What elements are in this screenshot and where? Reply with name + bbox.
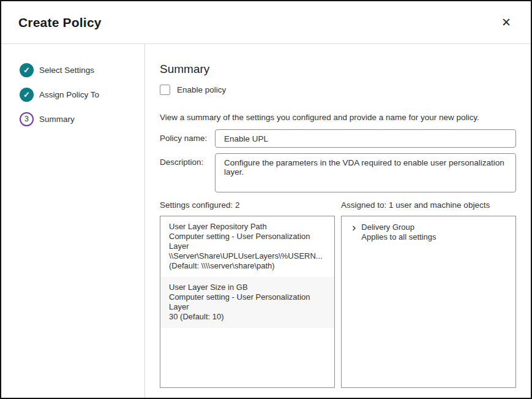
dialog-header: Create Policy ✕ [1, 1, 531, 44]
enable-policy-checkbox[interactable] [160, 85, 170, 95]
settings-configured-column: Settings configured: 2 User Layer Reposi… [160, 200, 335, 388]
setting-value: 30 (Default: 10) [169, 312, 328, 322]
assigned-to-caption: Assigned to: 1 user and machine objects [341, 200, 516, 210]
enable-policy-label: Enable policy [177, 85, 226, 94]
step-number-badge: 3 [20, 112, 34, 126]
assigned-to-list: › Delivery Group Applies to all settings [341, 216, 516, 388]
summary-lists: Settings configured: 2 User Layer Reposi… [160, 200, 516, 388]
settings-configured-caption: Settings configured: 2 [160, 200, 335, 210]
setting-scope: Computer setting - User Personalization … [169, 292, 328, 312]
summary-intro-text: View a summary of the settings you confi… [160, 113, 516, 122]
dialog-title: Create Policy [18, 15, 102, 30]
description-label: Description: [160, 153, 215, 167]
dialog-body: ✓ Select Settings ✓ Assign Policy To 3 S… [1, 44, 531, 398]
step-summary[interactable]: 3 Summary [20, 112, 144, 126]
chevron-right-icon: › [352, 222, 356, 232]
page-title: Summary [160, 63, 516, 76]
create-policy-dialog: Create Policy ✕ ✓ Select Settings ✓ Assi… [0, 0, 532, 399]
setting-list-item: User Layer Repository Path Computer sett… [160, 216, 334, 277]
step-label: Select Settings [39, 66, 94, 75]
description-row: Description: Configure the parameters in… [160, 153, 516, 192]
step-label: Assign Policy To [39, 90, 99, 99]
policy-name-input[interactable] [215, 129, 516, 148]
policy-name-row: Policy name: [160, 129, 516, 148]
setting-name: User Layer Repository Path [169, 222, 328, 232]
setting-name: User Layer Size in GB [169, 283, 328, 292]
summary-panel: Summary Enable policy View a summary of … [145, 44, 532, 398]
step-complete-check-icon: ✓ [20, 63, 34, 77]
assigned-to-column: Assigned to: 1 user and machine objects … [341, 200, 516, 388]
policy-name-label: Policy name: [160, 129, 215, 143]
close-icon: ✕ [501, 16, 511, 29]
delivery-group-item[interactable]: › Delivery Group Applies to all settings [342, 216, 515, 248]
setting-value: \\Server\Share\UPLUserLayers\%USERN... [169, 251, 328, 261]
wizard-steps-sidebar: ✓ Select Settings ✓ Assign Policy To 3 S… [1, 44, 145, 398]
settings-configured-list: User Layer Repository Path Computer sett… [160, 216, 335, 388]
description-input[interactable]: Configure the parameters in the VDA requ… [215, 153, 516, 192]
assignment-detail: Applies to all settings [361, 232, 436, 242]
setting-scope: Computer setting - User Personalization … [169, 232, 328, 251]
enable-policy-row: Enable policy [160, 84, 516, 95]
close-button[interactable]: ✕ [499, 15, 514, 29]
step-label: Summary [39, 115, 75, 124]
setting-default: (Default: \\\\server\share\path) [169, 261, 328, 271]
assignment-text: Delivery Group Applies to all settings [361, 222, 436, 242]
assignment-name: Delivery Group [361, 222, 436, 232]
setting-list-item: User Layer Size in GB Computer setting -… [160, 277, 334, 328]
step-complete-check-icon: ✓ [20, 88, 34, 102]
step-assign-policy-to[interactable]: ✓ Assign Policy To [20, 87, 144, 102]
step-select-settings[interactable]: ✓ Select Settings [20, 63, 144, 77]
